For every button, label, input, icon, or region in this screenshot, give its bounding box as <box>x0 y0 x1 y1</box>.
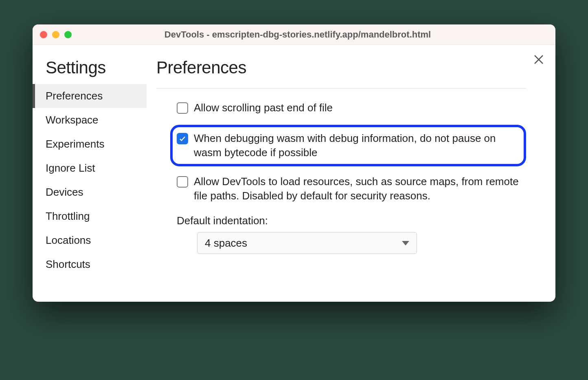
chevron-down-icon <box>402 241 409 245</box>
sidebar-item-shortcuts[interactable]: Shortcuts <box>33 252 147 276</box>
sidebar-item-label: Workspace <box>46 114 99 126</box>
sidebar-item-label: Devices <box>46 186 83 198</box>
preference-checkbox[interactable] <box>177 133 188 144</box>
settings-sidebar: Settings PreferencesWorkspaceExperiments… <box>33 45 147 302</box>
check-icon <box>179 135 186 142</box>
sidebar-item-label: Preferences <box>46 90 103 102</box>
sidebar-item-experiments[interactable]: Experiments <box>33 132 147 156</box>
preference-row: Allow scrolling past end of file <box>177 101 526 115</box>
sidebar-item-label: Locations <box>46 234 91 246</box>
close-settings-button[interactable] <box>533 54 544 67</box>
close-window-button[interactable] <box>40 31 47 38</box>
sidebar-item-label: Experiments <box>46 138 105 150</box>
preference-label: Allow scrolling past end of file <box>194 101 333 115</box>
sidebar-item-locations[interactable]: Locations <box>33 228 147 252</box>
indentation-label: Default indentation: <box>177 214 526 227</box>
sidebar-item-label: Throttling <box>46 210 90 222</box>
sidebar-item-devices[interactable]: Devices <box>33 180 147 204</box>
preference-checkbox[interactable] <box>177 102 188 114</box>
preferences-body: Allow scrolling past end of fileWhen deb… <box>156 88 526 254</box>
sidebar-item-label: Shortcuts <box>46 258 90 270</box>
preferences-panel: Preferences Allow scrolling past end of … <box>147 45 555 302</box>
sidebar-item-workspace[interactable]: Workspace <box>33 108 147 132</box>
preference-row: When debugging wasm with debug informati… <box>170 125 526 166</box>
devtools-settings-window: DevTools - emscripten-dbg-stories.netlif… <box>33 24 555 302</box>
sidebar-item-ignore-list[interactable]: Ignore List <box>33 156 147 180</box>
window-titlebar: DevTools - emscripten-dbg-stories.netlif… <box>33 24 555 45</box>
preference-label: When debugging wasm with debug informati… <box>194 131 516 160</box>
close-icon <box>533 54 544 65</box>
sidebar-item-preferences[interactable]: Preferences <box>33 84 147 108</box>
preference-row: Allow DevTools to load resources, such a… <box>177 175 526 203</box>
sidebar-item-label: Ignore List <box>46 162 95 174</box>
preference-label: Allow DevTools to load resources, such a… <box>194 175 526 203</box>
window-title: DevTools - emscripten-dbg-stories.netlif… <box>47 29 548 40</box>
indentation-value: 4 spaces <box>205 237 247 250</box>
indentation-select[interactable]: 4 spaces <box>197 232 417 254</box>
preference-checkbox[interactable] <box>177 176 188 188</box>
sidebar-item-throttling[interactable]: Throttling <box>33 204 147 228</box>
settings-content: Settings PreferencesWorkspaceExperiments… <box>33 45 555 302</box>
preferences-heading: Preferences <box>156 58 526 88</box>
settings-heading: Settings <box>33 58 147 84</box>
